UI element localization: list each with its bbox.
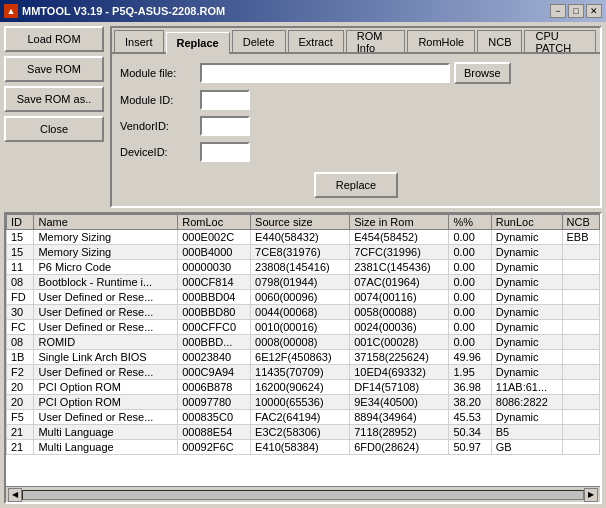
replace-tab-content: Module file: Browse Module ID: VendorID:… bbox=[112, 54, 600, 206]
module-file-input[interactable] bbox=[200, 63, 450, 83]
cell-runloc: Dynamic bbox=[491, 260, 562, 275]
cell-id: 30 bbox=[7, 305, 34, 320]
close-button[interactable]: ✕ bbox=[586, 4, 602, 18]
minimize-button[interactable]: − bbox=[550, 4, 566, 18]
col-ncb: NCB bbox=[562, 215, 599, 230]
table-header-row: ID Name RomLoc Source size Size in Rom %… bbox=[7, 215, 600, 230]
tab-rominfo[interactable]: ROM Info bbox=[346, 30, 406, 52]
cell-pct: 38.20 bbox=[449, 395, 491, 410]
table-row[interactable]: 21 Multi Language 00092F6C E410(58384) 6… bbox=[7, 440, 600, 455]
cell-ncb bbox=[562, 425, 599, 440]
load-rom-button[interactable]: Load ROM bbox=[4, 26, 104, 52]
table-row[interactable]: 20 PCI Option ROM 0006B878 16200(90624) … bbox=[7, 380, 600, 395]
cell-ncb bbox=[562, 350, 599, 365]
cell-sourcesize: E440(58432) bbox=[251, 230, 350, 245]
cell-sizeinrom: 9E34(40500) bbox=[350, 395, 449, 410]
cell-id: 15 bbox=[7, 245, 34, 260]
cell-runloc: B5 bbox=[491, 425, 562, 440]
cell-sourcesize: 0010(00016) bbox=[251, 320, 350, 335]
cell-romloc: 000CFFC0 bbox=[178, 320, 251, 335]
cell-ncb bbox=[562, 320, 599, 335]
cell-sourcesize: 0798(01944) bbox=[251, 275, 350, 290]
table-row[interactable]: 20 PCI Option ROM 00097780 10000(65536) … bbox=[7, 395, 600, 410]
cell-sourcesize: 0060(00096) bbox=[251, 290, 350, 305]
browse-button[interactable]: Browse bbox=[454, 62, 511, 84]
save-rom-as-button[interactable]: Save ROM as.. bbox=[4, 86, 104, 112]
cell-id: 08 bbox=[7, 335, 34, 350]
table-row[interactable]: 08 Bootblock - Runtime i... 000CF814 079… bbox=[7, 275, 600, 290]
module-file-label: Module file: bbox=[120, 67, 200, 79]
table-row[interactable]: 15 Memory Sizing 000B4000 7CE8(31976) 7C… bbox=[7, 245, 600, 260]
cell-runloc: Dynamic bbox=[491, 305, 562, 320]
hscroll-right-arrow[interactable]: ▶ bbox=[584, 488, 598, 502]
hscroll-left-arrow[interactable]: ◀ bbox=[8, 488, 22, 502]
device-id-label: DeviceID: bbox=[120, 146, 200, 158]
cell-ncb: EBB bbox=[562, 230, 599, 245]
vendor-id-input[interactable] bbox=[200, 116, 250, 136]
cell-name: PCI Option ROM bbox=[34, 380, 178, 395]
cell-pct: 0.00 bbox=[449, 305, 491, 320]
cell-romloc: 000CF814 bbox=[178, 275, 251, 290]
cell-romloc: 000E002C bbox=[178, 230, 251, 245]
device-id-input[interactable] bbox=[200, 142, 250, 162]
table-row[interactable]: 1B Single Link Arch BIOS 00023840 6E12F(… bbox=[7, 350, 600, 365]
cell-runloc: Dynamic bbox=[491, 410, 562, 425]
cell-ncb bbox=[562, 275, 599, 290]
cell-runloc: Dynamic bbox=[491, 290, 562, 305]
cell-runloc: Dynamic bbox=[491, 335, 562, 350]
tab-delete[interactable]: Delete bbox=[232, 30, 286, 52]
cell-pct: 0.00 bbox=[449, 335, 491, 350]
table-scroll[interactable]: ID Name RomLoc Source size Size in Rom %… bbox=[6, 214, 600, 486]
tab-cpupatch[interactable]: CPU PATCH bbox=[524, 30, 596, 52]
maximize-button[interactable]: □ bbox=[568, 4, 584, 18]
cell-pct: 50.34 bbox=[449, 425, 491, 440]
tab-replace[interactable]: Replace bbox=[166, 32, 230, 54]
cell-sourcesize: FAC2(64194) bbox=[251, 410, 350, 425]
table-row[interactable]: F2 User Defined or Rese... 000C9A94 1143… bbox=[7, 365, 600, 380]
tab-extract[interactable]: Extract bbox=[288, 30, 344, 52]
cell-id: 15 bbox=[7, 230, 34, 245]
tab-insert[interactable]: Insert bbox=[114, 30, 164, 52]
table-row[interactable]: 08 ROMID 000BBD... 0008(00008) 001C(0002… bbox=[7, 335, 600, 350]
cell-sizeinrom: 07AC(01964) bbox=[350, 275, 449, 290]
main-window: Load ROM Save ROM Save ROM as.. Close In… bbox=[0, 22, 606, 508]
cell-sizeinrom: 6FD0(28624) bbox=[350, 440, 449, 455]
cell-id: 21 bbox=[7, 440, 34, 455]
cell-ncb bbox=[562, 395, 599, 410]
col-id: ID bbox=[7, 215, 34, 230]
col-sizeinrom: Size in Rom bbox=[350, 215, 449, 230]
save-rom-button[interactable]: Save ROM bbox=[4, 56, 104, 82]
table-row[interactable]: 30 User Defined or Rese... 000BBD80 0044… bbox=[7, 305, 600, 320]
cell-romloc: 000BBD... bbox=[178, 335, 251, 350]
table-row[interactable]: 21 Multi Language 00088E54 E3C2(58306) 7… bbox=[7, 425, 600, 440]
cell-name: ROMID bbox=[34, 335, 178, 350]
cell-sizeinrom: E454(58452) bbox=[350, 230, 449, 245]
tab-romhole[interactable]: RomHole bbox=[407, 30, 475, 52]
table-row[interactable]: FD User Defined or Rese... 000BBD04 0060… bbox=[7, 290, 600, 305]
cell-sizeinrom: 8894(34964) bbox=[350, 410, 449, 425]
cell-ncb bbox=[562, 380, 599, 395]
cell-sourcesize: E410(58384) bbox=[251, 440, 350, 455]
hscroll-track[interactable] bbox=[22, 490, 584, 500]
cell-romloc: 000B4000 bbox=[178, 245, 251, 260]
table-row[interactable]: F5 User Defined or Rese... 000835C0 FAC2… bbox=[7, 410, 600, 425]
table-row[interactable]: FC User Defined or Rese... 000CFFC0 0010… bbox=[7, 320, 600, 335]
cell-pct: 0.00 bbox=[449, 275, 491, 290]
close-button-main[interactable]: Close bbox=[4, 116, 104, 142]
table-row[interactable]: 11 P6 Micro Code 00000030 23808(145416) … bbox=[7, 260, 600, 275]
table-row[interactable]: 15 Memory Sizing 000E002C E440(58432) E4… bbox=[7, 230, 600, 245]
module-id-label: Module ID: bbox=[120, 94, 200, 106]
cell-runloc: Dynamic bbox=[491, 245, 562, 260]
cell-pct: 49.96 bbox=[449, 350, 491, 365]
cell-romloc: 00023840 bbox=[178, 350, 251, 365]
device-id-row: DeviceID: bbox=[120, 142, 592, 162]
replace-button[interactable]: Replace bbox=[314, 172, 398, 198]
cell-name: Memory Sizing bbox=[34, 230, 178, 245]
cell-runloc: Dynamic bbox=[491, 365, 562, 380]
tab-panel: Insert Replace Delete Extract ROM Info R… bbox=[110, 26, 602, 208]
cell-id: 11 bbox=[7, 260, 34, 275]
cell-sizeinrom: 0024(00036) bbox=[350, 320, 449, 335]
module-id-input[interactable] bbox=[200, 90, 250, 110]
cell-romloc: 000C9A94 bbox=[178, 365, 251, 380]
tab-ncb[interactable]: NCB bbox=[477, 30, 522, 52]
